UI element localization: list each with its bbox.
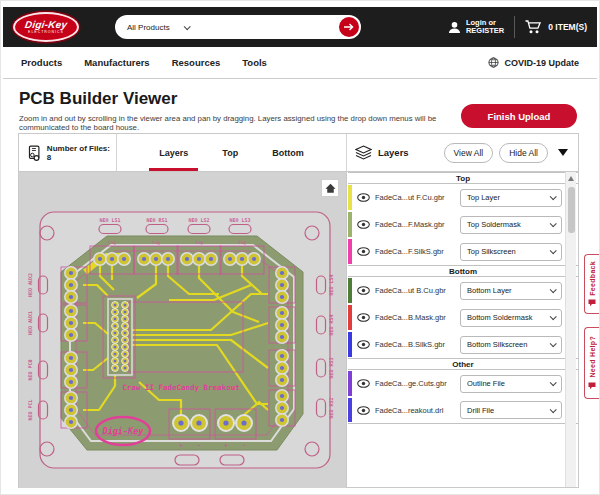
digikey-logo[interactable]: Digi-Key ELECTRONICS <box>13 12 79 42</box>
eye-visibility-icon[interactable] <box>357 193 370 202</box>
chevron-down-icon <box>550 220 557 227</box>
layer-assignment-select[interactable]: Drill File <box>460 401 562 419</box>
svg-text:Digi-Key: Digi-Key <box>102 426 145 436</box>
login-register-link[interactable]: Login or REGISTER <box>448 19 504 36</box>
svg-text:NEO LS2: NEO LS2 <box>188 217 209 223</box>
layer-color-bar <box>348 398 352 422</box>
reset-view-button[interactable] <box>321 179 339 197</box>
layer-color-bar <box>348 212 352 237</box>
svg-text:Sig: Sig <box>108 240 116 245</box>
layer-color-bar <box>348 371 352 396</box>
search-category-label: All Products <box>127 23 170 32</box>
hide-all-button[interactable]: Hide All <box>499 143 548 163</box>
layer-row: FadeCa...B.Mask.gbr Bottom Soldermask <box>348 304 578 331</box>
layer-assignment-select[interactable]: Outline File <box>460 375 562 393</box>
builder-panel: Number of Files: 8 Layers Top Bottom Lay… <box>18 133 579 488</box>
scroll-up-arrow[interactable] <box>568 176 574 181</box>
layer-row: FadeCa...B.SilkS.gbr Bottom Silkscreen <box>348 331 578 358</box>
file-count: Number of Files: 8 <box>19 134 117 171</box>
layers-panel-title: Layers <box>378 147 409 158</box>
help-bubble-icon <box>588 382 596 390</box>
nav-item-tools[interactable]: Tools <box>242 57 267 68</box>
nav-item-manufacturers[interactable]: Manufacturers <box>84 57 149 68</box>
layer-assignment-select[interactable]: Bottom Layer <box>460 282 562 300</box>
layer-assignment-select[interactable]: Top Soldermask <box>460 216 562 234</box>
layer-filename: FadeCa...ut F.Cu.gbr <box>375 193 455 202</box>
chevron-down-icon <box>183 23 190 30</box>
layer-row: FadeCa...F.Mask.gbr Top Soldermask <box>348 211 578 238</box>
nav-item-resources[interactable]: Resources <box>172 57 221 68</box>
home-icon <box>324 182 337 194</box>
main-nav: Products Manufacturers Resources Tools C… <box>3 47 597 79</box>
svg-text:Sig: Sig <box>238 240 246 245</box>
eye-visibility-icon[interactable] <box>357 340 370 349</box>
nav-item-products[interactable]: Products <box>21 57 62 68</box>
svg-text:NEO PC0: NEO PC0 <box>27 359 33 380</box>
layer-assignment-select[interactable]: Bottom Soldermask <box>460 309 562 327</box>
site-header: Digi-Key ELECTRONICS All Products <box>3 7 597 47</box>
layer-color-bar <box>348 278 352 303</box>
search-input[interactable] <box>199 15 339 39</box>
feedback-tab[interactable]: Feedback <box>584 254 599 314</box>
layer-row: FadeCa...F.SilkS.gbr Top Silkscreen <box>348 238 578 265</box>
search-category-select[interactable]: All Products <box>115 15 199 39</box>
eye-visibility-icon[interactable] <box>357 313 370 322</box>
layer-filename: FadeCa...B.SilkS.gbr <box>375 340 455 349</box>
search-submit-button[interactable] <box>339 17 359 37</box>
cart-button[interactable]: 0 ITEM(S) <box>525 20 587 34</box>
eye-visibility-icon[interactable] <box>357 247 370 256</box>
svg-text:NEO LS1: NEO LS1 <box>99 217 120 223</box>
layer-assignment-select[interactable]: Top Layer <box>460 189 562 207</box>
svg-text:NEO AUX1: NEO AUX1 <box>27 311 33 335</box>
layer-filename: FadeCa...ge.Cuts.gbr <box>375 379 455 388</box>
chevron-down-icon <box>550 193 557 200</box>
svg-text:Sig: Sig <box>152 240 160 245</box>
svg-text:NEO RS4: NEO RS4 <box>328 314 334 335</box>
layer-row: FadeCa...ge.Cuts.gbr Outline File <box>348 370 578 397</box>
logo-text: Digi-Key <box>24 20 68 30</box>
svg-text:NEO LS4: NEO LS4 <box>328 274 334 295</box>
eye-visibility-icon[interactable] <box>357 406 370 415</box>
tab-top[interactable]: Top <box>222 134 238 171</box>
layer-assignment-select[interactable]: Bottom Silkscreen <box>460 336 562 354</box>
svg-text:-: - <box>242 442 245 448</box>
chevron-down-icon <box>550 379 557 386</box>
collapse-panel-arrow[interactable] <box>558 149 568 156</box>
eye-visibility-icon[interactable] <box>357 379 370 388</box>
layer-filename: FadeCa...B.Mask.gbr <box>375 313 455 322</box>
scrollbar-thumb[interactable] <box>568 187 575 233</box>
svg-text:Sig: Sig <box>195 240 203 245</box>
eye-visibility-icon[interactable] <box>357 220 370 229</box>
page-subtitle: Zoom in and out by scrolling in the view… <box>19 114 449 132</box>
chevron-down-icon <box>550 406 557 413</box>
svg-text:NEO PCL: NEO PCL <box>27 399 33 420</box>
chevron-down-icon <box>550 313 557 320</box>
view-tabs: Layers Top Bottom <box>117 134 347 171</box>
tab-layers[interactable]: Layers <box>159 134 188 171</box>
pcb-viewer-canvas[interactable]: NEO LS1 NEO RS1 NEO LS2 NEO LS3 NEO AUX2… <box>19 172 347 488</box>
arrow-right-icon <box>344 23 354 31</box>
layers-list: Top FadeCa...ut F.Cu.gbr Top Layer FadeC… <box>348 172 578 487</box>
chevron-down-icon <box>550 340 557 347</box>
layer-filename: FadeCa...ut B.Cu.gbr <box>375 286 455 295</box>
layer-assignment-select[interactable]: Top Silkscreen <box>460 243 562 261</box>
layers-scrollbar[interactable] <box>565 172 576 487</box>
pcb-builder-page: Digi-Key ELECTRONICS All Products <box>0 0 600 495</box>
layer-row: FadeCa...reakout.drl Drill File <box>348 397 578 424</box>
page-title: PCB Builder Viewer <box>19 89 177 109</box>
layer-color-bar <box>348 305 352 330</box>
layer-filename: FadeCa...F.Mask.gbr <box>375 220 455 229</box>
layer-color-bar <box>348 332 352 357</box>
finish-upload-button[interactable]: Finish Upload <box>461 104 577 128</box>
eye-visibility-icon[interactable] <box>357 286 370 295</box>
view-all-button[interactable]: View All <box>444 143 494 163</box>
search-bar: All Products <box>115 15 361 39</box>
need-help-tab[interactable]: Need Help? <box>584 327 599 399</box>
svg-text:-: - <box>197 442 200 448</box>
covid-update-link[interactable]: COVID-19 Update <box>488 57 579 68</box>
chevron-down-icon <box>550 247 557 254</box>
covid-update-label: COVID-19 Update <box>504 58 579 68</box>
header-right: Login or REGISTER 0 ITEM(S) <box>448 16 587 38</box>
file-count-label: Number of Files: 8 <box>47 144 116 162</box>
tab-bottom[interactable]: Bottom <box>272 134 304 171</box>
